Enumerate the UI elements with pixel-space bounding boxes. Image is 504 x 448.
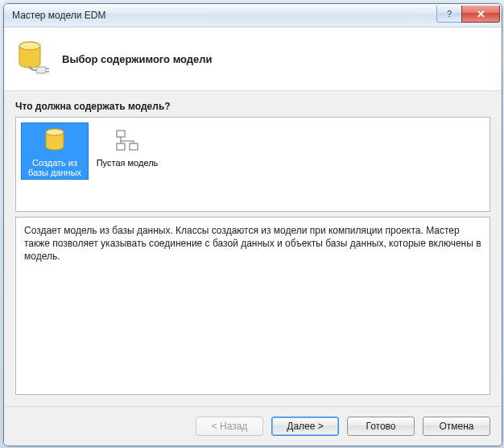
database-icon — [17, 39, 49, 78]
wizard-content: Что должна содержать модель? Создать из … — [4, 91, 502, 406]
content-prompt: Что должна содержать модель? — [15, 101, 490, 112]
wizard-window: { "window": { "title": "Мастер модели ED… — [3, 3, 502, 446]
next-button[interactable]: Далее > — [271, 417, 339, 436]
svg-rect-7 — [117, 131, 125, 137]
svg-rect-9 — [130, 143, 138, 150]
database-icon — [23, 127, 86, 156]
empty-model-icon — [96, 127, 159, 156]
help-button[interactable]: ? — [436, 6, 462, 23]
svg-point-1 — [19, 42, 40, 50]
wizard-header: Выбор содержимого модели — [4, 27, 502, 91]
wizard-heading: Выбор содержимого модели — [62, 53, 213, 65]
cancel-button[interactable]: Отмена — [423, 417, 490, 436]
option-create-from-db[interactable]: Создать из базы данных — [21, 122, 89, 180]
titlebar: Мастер модели EDM ? ✕ — [4, 4, 502, 27]
close-button[interactable]: ✕ — [461, 6, 500, 23]
help-icon: ? — [447, 9, 452, 19]
svg-point-6 — [46, 129, 64, 135]
option-empty-model[interactable]: Пустая модель — [93, 122, 161, 170]
close-icon: ✕ — [477, 9, 485, 19]
option-label: Создать из базы данных — [23, 158, 86, 177]
option-description: Создает модель из базы данных. Классы со… — [15, 217, 490, 395]
back-button[interactable]: < Назад — [196, 417, 263, 436]
option-label: Пустая модель — [96, 158, 159, 168]
window-title: Мастер модели EDM — [12, 10, 437, 21]
model-options: Создать из базы данных Пустая модель — [15, 117, 490, 212]
titlebar-controls: ? ✕ — [437, 6, 500, 22]
svg-rect-2 — [36, 67, 46, 73]
svg-rect-8 — [117, 143, 125, 150]
finish-button[interactable]: Готово — [347, 417, 415, 436]
wizard-footer: < Назад Далее > Готово Отмена — [4, 406, 502, 446]
